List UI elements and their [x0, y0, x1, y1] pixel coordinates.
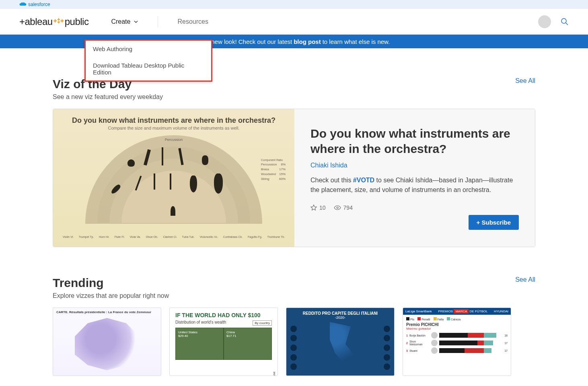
trending-card-laliga[interactable]: LaLiga SmartBank PREMIOS MARCA DE FÚTBOL…	[403, 308, 511, 376]
subscribe-button[interactable]: + Subscribe	[469, 215, 519, 230]
votd-thumbnail[interactable]: Do you know what instruments are where i…	[53, 109, 294, 247]
eye-icon	[334, 205, 341, 210]
italy-map-graphic	[314, 322, 366, 366]
nav-divider	[158, 16, 158, 27]
votd-legend: Component Ratio Percussion8% Brass17% Wo…	[261, 157, 286, 182]
votd-title: Do you know what instruments are where i…	[310, 126, 519, 156]
votd-section-sub: See a new viz featured every weekday	[53, 93, 163, 101]
votd-details: Do you know what instruments are where i…	[294, 109, 535, 247]
chevron-down-icon	[134, 19, 138, 24]
views-stat: 794	[334, 204, 353, 211]
avatar[interactable]	[538, 15, 551, 28]
votd-card: Do you know what instruments are where i…	[53, 109, 535, 247]
votd-hashtag-link[interactable]: #VOTD	[353, 177, 374, 184]
tableau-public-logo[interactable]: +ableau +‡+ public	[19, 16, 88, 27]
votd-instrument-labels: Violin Vl.Trumpet Tp.Horn Hr.Flute Fl.Vi…	[63, 235, 285, 239]
dropdown-web-authoring[interactable]: Web Authoring	[86, 41, 211, 57]
nav-resources[interactable]: Resources	[177, 18, 208, 25]
votd-author-link[interactable]: Chiaki Ishida	[310, 162, 519, 169]
star-icon	[310, 204, 317, 211]
trending-see-all-link[interactable]: See All	[515, 276, 535, 283]
nav-create[interactable]: Create	[111, 18, 138, 25]
votd-see-all-link[interactable]: See All	[515, 77, 535, 85]
salesforce-label: salesforce	[28, 2, 50, 7]
salesforce-cloud-icon	[19, 2, 27, 7]
trending-card-reddito[interactable]: REDDITO PRO CAPITE DEGLI ITALIANI -2020-	[286, 308, 395, 376]
search-icon[interactable]	[561, 18, 569, 26]
france-map-graphic	[75, 318, 139, 370]
main-nav: Create Resources	[111, 16, 208, 27]
svg-point-2	[337, 207, 338, 208]
dropdown-download-desktop[interactable]: Download Tableau Desktop Public Edition	[86, 57, 211, 81]
create-dropdown: Web Authoring Download Tableau Desktop P…	[84, 39, 212, 82]
plus-icon: +‡+	[53, 17, 64, 25]
trending-card-wealth[interactable]: IF THE WORLD HAD ONLY $100 Distribution …	[169, 308, 278, 376]
trending-card-france[interactable]: CARTE. Résultats présidentielle : La Fra…	[53, 308, 161, 376]
trending-section-sub: Explore vizzes that are popular right no…	[53, 292, 169, 299]
trending-section-title: Trending	[53, 276, 169, 290]
favorites-stat[interactable]: 10	[310, 204, 326, 211]
votd-stats: 10 794	[310, 204, 519, 211]
votd-description: Check out this #VOTD to see Chiaki Ishid…	[310, 175, 519, 195]
trending-grid: CARTE. Résultats présidentielle : La Fra…	[53, 308, 535, 376]
svg-point-0	[561, 19, 566, 23]
svg-line-1	[566, 23, 568, 25]
main-header: +ableau +‡+ public Create Resources Web …	[0, 9, 588, 35]
blog-post-link[interactable]: blog post	[294, 38, 321, 45]
salesforce-bar: salesforce	[0, 0, 588, 9]
